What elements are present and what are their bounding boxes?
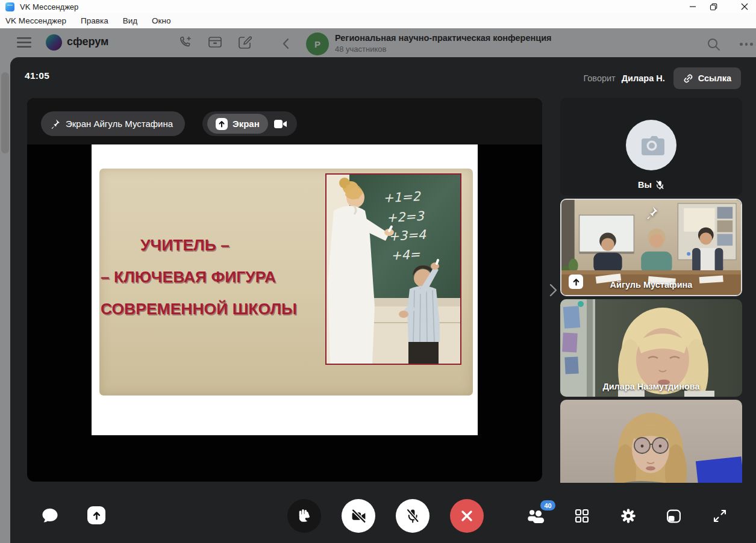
minimize-button[interactable] xyxy=(683,0,703,13)
pin-icon xyxy=(50,119,60,129)
participant-tile-dilara[interactable]: Дилара Назмутдинова xyxy=(560,299,742,397)
speaking-name: Дилара Н. xyxy=(622,73,665,83)
menu-item-view[interactable]: Вид xyxy=(123,16,137,25)
menu-item-app[interactable]: VK Мессенджер xyxy=(5,16,66,25)
end-call-button[interactable] xyxy=(450,499,484,533)
window-title: VK Мессенджер xyxy=(20,2,78,11)
grid-view-button[interactable] xyxy=(573,507,590,524)
picture-in-picture-button[interactable] xyxy=(665,507,682,524)
chalk-line-1: +1=2 xyxy=(383,189,422,205)
vk-messenger-window: VK Мессенджер VK Мессенджер Правка Вид О… xyxy=(0,0,756,543)
window-titlebar: VK Мессенджер xyxy=(0,0,756,13)
mic-muted-icon xyxy=(655,180,664,190)
pinned-screen-label: Экран Айгуль Мустафина xyxy=(66,119,173,129)
shared-slide: УЧИТЕЛЬ – – КЛЮЧЕВАЯ ФИГУРА СОВРЕМЕННОЙ … xyxy=(92,144,478,435)
chat-button[interactable] xyxy=(39,505,61,527)
fourth-video xyxy=(560,400,742,483)
menu-item-edit[interactable]: Правка xyxy=(81,16,108,25)
pinned-tile-pin-icon xyxy=(645,206,658,222)
share-screen-button[interactable] xyxy=(87,506,105,524)
participant-tile-you[interactable]: Вы xyxy=(560,98,742,196)
camera-off-button[interactable] xyxy=(342,499,375,533)
copy-link-button[interactable]: Ссылка xyxy=(673,67,741,89)
chalk-line-4: +4= xyxy=(390,247,420,263)
slide-panel: УЧИТЕЛЬ – – КЛЮЧЕВАЯ ФИГУРА СОВРЕМЕННОЙ … xyxy=(99,169,473,396)
camera-placeholder-avatar xyxy=(626,120,676,170)
main-video-area: Экран Айгуль Мустафина Экран УЧИТЕЛЬ – xyxy=(27,98,542,482)
menu-item-window[interactable]: Окно xyxy=(152,16,170,25)
participants-sidebar: Вы xyxy=(560,98,742,483)
mic-off-button[interactable] xyxy=(396,499,430,533)
link-button-label: Ссылка xyxy=(698,73,731,83)
vk-messenger-app-icon xyxy=(5,2,14,11)
camera-source-icon[interactable] xyxy=(274,119,287,129)
participant-tile-fourth[interactable] xyxy=(560,400,742,483)
link-icon xyxy=(683,73,693,84)
chalk-line-2: +2=3 xyxy=(386,209,425,225)
menu-bar: VK Мессенджер Правка Вид Окно xyxy=(0,13,756,29)
speaking-label: Говорит xyxy=(583,73,615,83)
slide-title-line1: УЧИТЕЛЬ – xyxy=(101,236,269,255)
participant-tile-aigul[interactable]: Айгуль Мустафина xyxy=(560,199,742,296)
screen-share-icon xyxy=(216,118,228,130)
call-window: 41:05 Говорит Дилара Н. Ссылка xyxy=(10,57,756,543)
slide-photo-teacher-and-pupil: +1=2 +2=3 +3=4 +4= xyxy=(325,173,461,365)
close-window-button[interactable] xyxy=(734,0,755,13)
raise-hand-button[interactable] xyxy=(287,499,321,533)
pinned-screen-pill[interactable]: Экран Айгуль Мустафина xyxy=(41,111,185,136)
screen-source-pill[interactable]: Экран xyxy=(202,111,297,136)
collapse-sidebar-chevron[interactable] xyxy=(548,282,559,298)
slide-title: УЧИТЕЛЬ – – КЛЮЧЕВАЯ ФИГУРА СОВРЕМЕННОЙ … xyxy=(101,236,269,332)
slide-title-line3: СОВРЕМЕННОЙ ШКОЛЫ xyxy=(101,300,269,318)
restore-button[interactable] xyxy=(703,0,723,13)
fullscreen-button[interactable] xyxy=(711,507,728,524)
participants-count-badge: 40 xyxy=(540,500,555,510)
screen-tab-label: Экран xyxy=(233,119,260,129)
call-timer: 41:05 xyxy=(25,70,49,81)
participant-name-dilara: Дилара Назмутдинова xyxy=(560,382,742,391)
chalk-line-3: +3=4 xyxy=(389,228,427,244)
settings-button[interactable] xyxy=(620,507,637,524)
screen-tab[interactable]: Экран xyxy=(207,114,268,134)
participant-name-you: Вы xyxy=(638,180,652,190)
slide-title-line2: – КЛЮЧЕВАЯ ФИГУРА xyxy=(101,268,269,287)
participant-name-aigul: Айгуль Мустафина xyxy=(561,280,741,290)
